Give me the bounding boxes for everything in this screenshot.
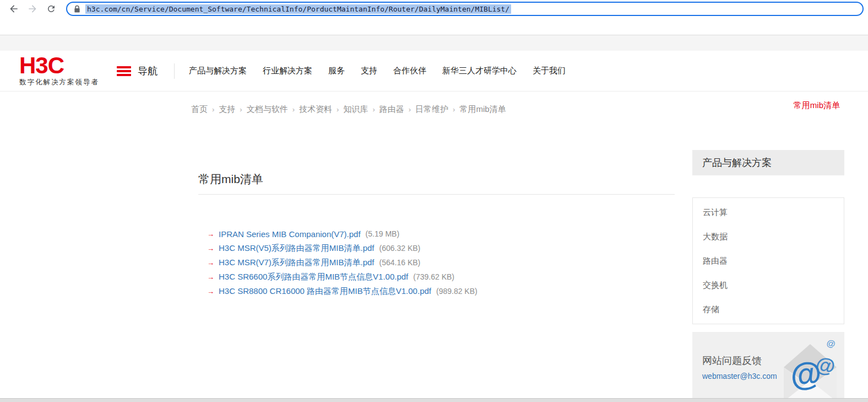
breadcrumb-row: 首页 › 支持 › 文档与软件 › 技术资料 › 知识库 › 路由器 › 日常维… <box>0 92 868 127</box>
nav-toggle-label: 导航 <box>138 65 158 78</box>
feedback-email-link[interactable]: webmaster@h3c.com <box>702 372 777 380</box>
refresh-button[interactable] <box>42 2 61 16</box>
breadcrumb-link[interactable]: 路由器 <box>379 104 404 115</box>
email-envelope-icon: @ @ @ <box>776 335 842 401</box>
url-text[interactable]: h3c.com/cn/Service/Document_Software/Tec… <box>85 4 511 14</box>
file-row: → H3C SR8800 CR16000 路由器常用MIB节点信息V1.00.p… <box>198 284 675 298</box>
breadcrumb-separator-icon: › <box>292 105 295 114</box>
breadcrumb-separator-icon: › <box>240 105 242 114</box>
breadcrumb: 首页 › 支持 › 文档与软件 › 技术资料 › 知识库 › 路由器 › 日常维… <box>191 104 506 115</box>
sidebar-category-item[interactable]: 云计算 <box>693 200 844 224</box>
breadcrumb-link[interactable]: 文档与软件 <box>247 104 288 115</box>
file-row: → IPRAN Series MIB Companion(V7).pdf (5.… <box>198 227 675 241</box>
file-link[interactable]: IPRAN Series MIB Companion(V7).pdf <box>219 229 361 239</box>
file-size: (5.19 MB) <box>366 229 399 238</box>
file-row: → H3C MSR(V7)系列路由器常用MIB清单.pdf (564.16 KB… <box>198 255 675 270</box>
bookmarks-bar <box>0 35 868 51</box>
breadcrumb-link[interactable]: 技术资料 <box>299 104 332 115</box>
breadcrumb-link[interactable]: 日常维护 <box>415 104 448 115</box>
sidebar-category-list: 云计算 大数据 路由器 交换机 存储 <box>692 197 844 324</box>
browser-toolbar: h3c.com/cn/Service/Document_Software/Tec… <box>0 0 868 17</box>
file-link[interactable]: H3C MSR(V5)系列路由器常用MIB清单.pdf <box>219 243 375 254</box>
nav-item[interactable]: 关于我们 <box>533 66 566 76</box>
breadcrumb-separator-icon: › <box>372 105 375 114</box>
file-link[interactable]: H3C SR8800 CR16000 路由器常用MIB节点信息V1.00.pdf <box>219 286 431 297</box>
file-size: (739.62 KB) <box>413 272 454 281</box>
nav-item[interactable]: 支持 <box>361 66 377 76</box>
header-divider <box>174 63 175 79</box>
red-arrow-icon: → <box>207 288 214 295</box>
breadcrumb-link[interactable]: 知识库 <box>343 104 368 115</box>
nav-item[interactable]: 新华三人才研学中心 <box>442 66 517 76</box>
page-title: 常用mib清单 <box>198 172 675 186</box>
sidebar-category-item[interactable]: 大数据 <box>693 224 844 249</box>
breadcrumb-separator-icon: › <box>212 105 214 114</box>
forward-arrow-icon <box>27 3 38 14</box>
breadcrumb-separator-icon: › <box>409 105 411 114</box>
breadcrumb-link[interactable]: 支持 <box>219 104 235 115</box>
back-arrow-icon <box>8 3 19 14</box>
hamburger-icon <box>117 66 131 76</box>
file-size: (606.32 KB) <box>379 244 421 253</box>
main-content: 常用mib清单 → IPRAN Series MIB Companion(V7)… <box>198 172 675 298</box>
file-size: (564.16 KB) <box>379 258 421 267</box>
logo-tagline: 数字化解决方案领导者 <box>19 78 110 87</box>
svg-text:@: @ <box>826 338 836 349</box>
red-arrow-icon: → <box>207 245 214 252</box>
nav-item[interactable]: 行业解决方案 <box>263 66 312 76</box>
nav-item[interactable]: 合作伙伴 <box>393 66 426 76</box>
sidebar-category-item[interactable]: 存储 <box>693 297 844 321</box>
sidebar: 产品与解决方案 云计算 大数据 路由器 交换机 存储 网站问题反馈 webmas… <box>692 150 844 401</box>
file-size: (989.82 KB) <box>436 287 478 296</box>
lock-icon[interactable] <box>74 5 80 13</box>
file-list: → IPRAN Series MIB Companion(V7).pdf (5.… <box>198 227 675 298</box>
h3c-logo-text: H3C <box>19 55 110 77</box>
back-button[interactable] <box>4 2 23 16</box>
sidebar-category-item[interactable]: 路由器 <box>693 249 844 273</box>
forward-button[interactable] <box>23 2 42 16</box>
refresh-icon <box>46 4 56 14</box>
horizontal-scrollbar[interactable] <box>0 398 868 402</box>
main-nav: 产品与解决方案 行业解决方案 服务 支持 合作伙伴 新华三人才研学中心 关于我们 <box>189 66 566 76</box>
red-arrow-icon: → <box>207 274 214 281</box>
feedback-box: 网站问题反馈 webmaster@h3c.com @ @ @ <box>692 332 844 401</box>
file-row: → H3C MSR(V5)系列路由器常用MIB清单.pdf (606.32 KB… <box>198 241 675 255</box>
nav-menu-toggle[interactable]: 导航 <box>117 65 158 78</box>
nav-item[interactable]: 产品与解决方案 <box>189 66 247 76</box>
h3c-logo[interactable]: H3C 数字化解决方案领导者 <box>19 55 110 87</box>
title-divider <box>198 194 675 195</box>
file-link[interactable]: H3C SR6600系列路由器常用MIB节点信息V1.00.pdf <box>219 272 408 282</box>
sidebar-category-item[interactable]: 交换机 <box>693 273 844 297</box>
site-header: H3C 数字化解决方案领导者 导航 产品与解决方案 行业解决方案 服务 支持 合… <box>0 51 868 92</box>
address-bar[interactable]: h3c.com/cn/Service/Document_Software/Tec… <box>66 2 864 16</box>
file-link[interactable]: H3C MSR(V7)系列路由器常用MIB清单.pdf <box>219 258 375 268</box>
breadcrumb-link[interactable]: 首页 <box>191 104 208 115</box>
breadcrumb-link[interactable]: 常用mib清单 <box>459 104 506 115</box>
sidebar-title: 产品与解决方案 <box>692 150 844 175</box>
red-arrow-icon: → <box>207 231 214 238</box>
red-arrow-icon: → <box>207 259 214 266</box>
toolbar-spacer <box>0 17 868 35</box>
current-page-label: 常用mib清单 <box>794 100 840 111</box>
nav-item[interactable]: 服务 <box>328 66 345 76</box>
breadcrumb-separator-icon: › <box>453 105 455 114</box>
svg-text:@: @ <box>789 354 823 393</box>
file-row: → H3C SR6600系列路由器常用MIB节点信息V1.00.pdf (739… <box>198 270 675 284</box>
breadcrumb-separator-icon: › <box>337 105 339 114</box>
